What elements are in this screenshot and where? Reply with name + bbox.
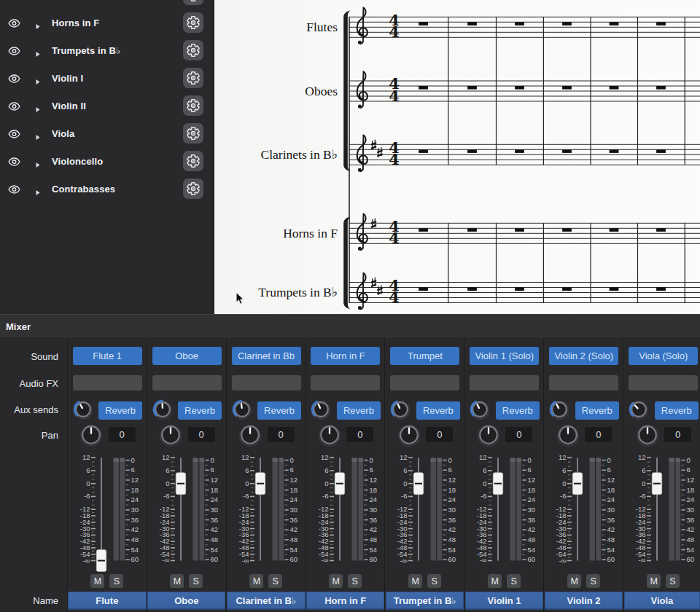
sound-button[interactable]: Trumpet xyxy=(390,347,459,365)
fader-handle[interactable] xyxy=(573,473,583,495)
instrument-settings-button[interactable] xyxy=(183,95,203,116)
sound-button[interactable]: Flute 1 xyxy=(73,347,142,365)
aux-send-button[interactable]: Reverb xyxy=(98,401,142,420)
pan-knob[interactable] xyxy=(79,423,104,447)
visibility-eye-icon[interactable] xyxy=(8,184,21,194)
pan-value[interactable]: 0 xyxy=(268,427,295,442)
sound-button[interactable]: Violin 2 (Solo) xyxy=(549,347,618,365)
audio-fx-slot[interactable] xyxy=(311,375,380,391)
solo-button[interactable]: S xyxy=(109,574,123,588)
pan-value[interactable]: 0 xyxy=(664,427,691,442)
mute-button[interactable]: M xyxy=(408,574,422,588)
audio-fx-slot[interactable] xyxy=(629,375,698,391)
sound-button[interactable]: Horn in F xyxy=(311,347,380,365)
aux-send-knob[interactable] xyxy=(469,399,491,420)
visibility-eye-icon[interactable] xyxy=(8,101,21,111)
instrument-settings-button[interactable] xyxy=(183,40,203,60)
instrument-settings-button[interactable] xyxy=(183,151,203,171)
instrument-settings-button[interactable] xyxy=(183,0,203,5)
channel-name[interactable]: Violin 2 xyxy=(545,592,623,610)
mute-button[interactable]: M xyxy=(329,574,343,588)
solo-button[interactable]: S xyxy=(348,574,362,588)
audio-fx-slot[interactable] xyxy=(549,375,618,391)
expand-caret-icon[interactable] xyxy=(36,75,41,82)
fader-handle[interactable] xyxy=(414,473,424,495)
mute-button[interactable]: M xyxy=(567,574,581,588)
aux-send-knob[interactable] xyxy=(152,399,174,420)
sound-button[interactable]: Clarinet in Bb xyxy=(232,347,301,365)
audio-fx-slot[interactable] xyxy=(390,375,459,391)
audio-fx-slot[interactable] xyxy=(232,375,301,391)
pan-knob[interactable] xyxy=(476,423,501,447)
aux-send-button[interactable]: Reverb xyxy=(257,401,301,420)
aux-send-knob[interactable] xyxy=(389,399,411,420)
sound-button[interactable]: Violin 1 (Solo) xyxy=(470,347,539,365)
instrument-settings-button[interactable] xyxy=(183,178,203,199)
expand-caret-icon[interactable] xyxy=(36,103,41,109)
channel-name[interactable]: Violin 1 xyxy=(465,592,543,610)
aux-send-button[interactable]: Reverb xyxy=(178,401,222,420)
fader-handle[interactable] xyxy=(494,473,503,495)
visibility-eye-icon[interactable] xyxy=(8,45,21,55)
solo-button[interactable]: S xyxy=(586,574,600,588)
pan-knob[interactable] xyxy=(635,423,660,447)
fader-handle[interactable] xyxy=(96,550,106,572)
expand-caret-icon[interactable] xyxy=(36,158,41,165)
expand-caret-icon[interactable] xyxy=(36,130,41,137)
audio-fx-slot[interactable] xyxy=(152,375,222,391)
fader-handle[interactable] xyxy=(255,473,265,495)
fader-handle[interactable] xyxy=(176,473,185,495)
aux-send-button[interactable]: Reverb xyxy=(416,401,460,420)
solo-button[interactable]: S xyxy=(666,574,680,588)
channel-name[interactable]: Clarinet in B♭ xyxy=(227,592,306,610)
visibility-eye-icon[interactable] xyxy=(8,156,21,166)
pan-value[interactable]: 0 xyxy=(188,427,215,442)
instrument-settings-button[interactable] xyxy=(183,12,203,33)
instrument-settings-button[interactable] xyxy=(183,123,203,144)
score-view[interactable]: Flutes44Oboes44Clarinets in B♭44Horns in… xyxy=(214,0,700,314)
mute-button[interactable]: M xyxy=(170,574,184,588)
visibility-eye-icon[interactable] xyxy=(8,128,21,138)
visibility-eye-icon[interactable] xyxy=(8,73,21,83)
pan-knob[interactable] xyxy=(317,423,342,447)
audio-fx-slot[interactable] xyxy=(73,375,142,391)
expand-caret-icon[interactable] xyxy=(36,47,41,54)
pan-knob[interactable] xyxy=(238,423,262,447)
aux-send-button[interactable]: Reverb xyxy=(655,401,699,420)
visibility-eye-icon[interactable] xyxy=(8,17,21,28)
mute-button[interactable]: M xyxy=(488,574,502,588)
aux-send-knob[interactable] xyxy=(231,399,253,420)
solo-button[interactable]: S xyxy=(189,574,203,588)
channel-name[interactable]: Horn in F xyxy=(306,592,384,610)
pan-knob[interactable] xyxy=(397,423,421,447)
pan-value[interactable]: 0 xyxy=(505,427,532,442)
aux-send-knob[interactable] xyxy=(628,399,650,420)
expand-caret-icon[interactable] xyxy=(36,20,41,26)
fader-handle[interactable] xyxy=(652,473,661,495)
solo-button[interactable]: S xyxy=(268,574,282,588)
pan-knob[interactable] xyxy=(556,423,580,447)
instrument-settings-button[interactable] xyxy=(183,68,203,88)
channel-name[interactable]: Flute xyxy=(68,592,147,610)
aux-send-button[interactable]: Reverb xyxy=(496,401,540,420)
expand-caret-icon[interactable] xyxy=(36,186,41,192)
aux-send-knob[interactable] xyxy=(72,399,94,420)
mute-button[interactable]: M xyxy=(647,574,661,588)
pan-value[interactable]: 0 xyxy=(426,427,453,442)
sound-button[interactable]: Viola (Solo) xyxy=(629,347,698,365)
aux-send-button[interactable]: Reverb xyxy=(337,401,381,420)
mute-button[interactable]: M xyxy=(90,574,104,588)
channel-name[interactable]: Viola xyxy=(624,592,700,610)
pan-knob[interactable] xyxy=(158,423,183,447)
channel-name[interactable]: Oboe xyxy=(147,592,225,610)
sound-button[interactable]: Oboe xyxy=(152,347,222,365)
solo-button[interactable]: S xyxy=(427,574,441,588)
pan-value[interactable]: 0 xyxy=(346,427,373,442)
aux-send-button[interactable]: Reverb xyxy=(575,401,619,420)
fader-track[interactable] xyxy=(101,458,102,560)
aux-send-knob[interactable] xyxy=(548,399,570,420)
mute-button[interactable]: M xyxy=(249,574,263,588)
audio-fx-slot[interactable] xyxy=(470,375,539,391)
pan-value[interactable]: 0 xyxy=(109,427,136,442)
channel-name[interactable]: Trumpet in B♭ xyxy=(386,592,464,610)
